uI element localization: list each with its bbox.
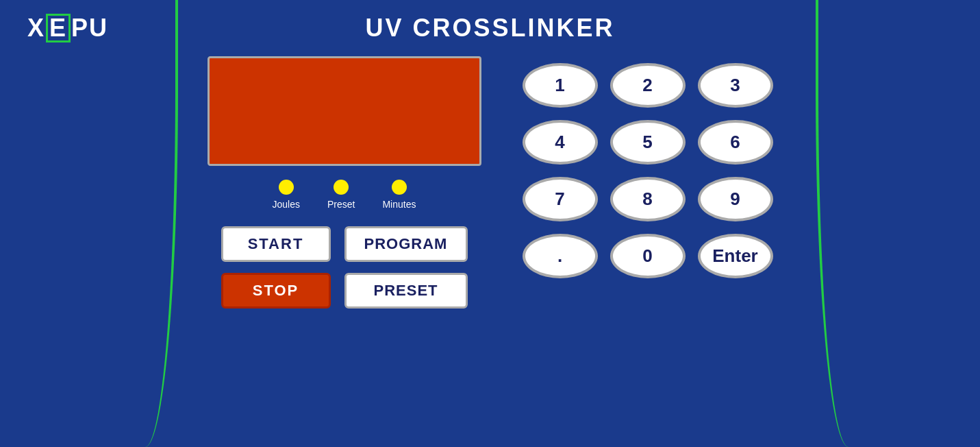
key-3[interactable]: 3 (698, 63, 773, 108)
minutes-label: Minutes (382, 199, 416, 210)
main-panel: XEPU UV CROSSLINKER Joules Preset (0, 0, 980, 447)
indicator-minutes: Minutes (382, 180, 416, 210)
key-2[interactable]: 2 (610, 63, 686, 108)
content-area: Joules Preset Minutes START PROGRAM STOP (27, 56, 953, 309)
preset-dot (334, 180, 349, 195)
buttons-row-1: START PROGRAM (221, 226, 468, 262)
indicators-row: Joules Preset Minutes (273, 180, 416, 210)
buttons-row-2: STOP PRESET (221, 273, 468, 309)
key-dot[interactable]: . (523, 234, 598, 278)
preset-label: Preset (327, 199, 355, 210)
key-0[interactable]: 0 (610, 234, 686, 278)
key-1[interactable]: 1 (523, 63, 598, 108)
left-panel: Joules Preset Minutes START PROGRAM STOP (208, 56, 481, 309)
key-8[interactable]: 8 (610, 177, 686, 221)
indicator-preset: Preset (327, 180, 355, 210)
key-7[interactable]: 7 (523, 177, 598, 221)
keypad: 123456789.0Enter (523, 63, 773, 278)
key-6[interactable]: 6 (698, 120, 773, 165)
key-9[interactable]: 9 (698, 177, 773, 221)
start-button[interactable]: START (221, 226, 331, 262)
stop-button[interactable]: STOP (221, 273, 331, 309)
page-title: UV CROSSLINKER (365, 14, 614, 43)
key-4[interactable]: 4 (523, 120, 598, 165)
program-button[interactable]: PROGRAM (344, 226, 468, 262)
key-enter[interactable]: Enter (698, 234, 773, 278)
logo-text: XEPU (27, 14, 108, 43)
display-screen (208, 56, 481, 166)
logo: XEPU (27, 14, 108, 43)
logo-e: E (46, 14, 71, 43)
preset-button[interactable]: PRESET (344, 273, 468, 309)
indicator-joules: Joules (273, 180, 300, 210)
joules-label: Joules (273, 199, 300, 210)
minutes-dot (392, 180, 407, 195)
joules-dot (279, 180, 294, 195)
key-5[interactable]: 5 (610, 120, 686, 165)
